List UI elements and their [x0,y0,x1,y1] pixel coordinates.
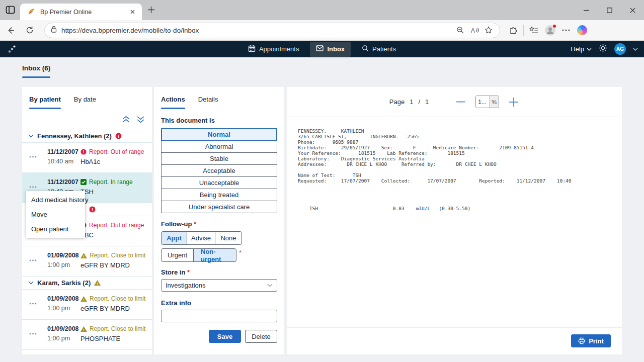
followup-option-appt[interactable]: Appt [161,231,187,245]
active-tab-underline [22,76,50,78]
help-label: Help [571,45,584,53]
window-maximize-button[interactable] [598,0,621,20]
tab-actions[interactable]: Actions [161,96,185,109]
row-menu-icon[interactable] [29,148,47,160]
collapse-all-icon[interactable] [122,116,130,125]
tab-by-date[interactable]: By date [74,96,96,109]
followup-option-none[interactable]: None [215,231,242,245]
tab-by-patient[interactable]: By patient [29,96,61,109]
bp-logo-icon [7,44,17,56]
nav-item-appointments[interactable]: Appointments [242,42,305,57]
store-in-value: Investigations [166,280,206,291]
lab-report-document[interactable]: FENNESSEY, KATHLEEN 3/65 CARLISLE ST, IN… [287,117,622,327]
inbox-count-label: Inbox (6) [22,64,50,72]
document-is-label: This document is [161,117,277,124]
extra-info-input[interactable] [161,310,277,322]
zoom-increase-icon[interactable] [508,97,519,108]
zoom-level-control: % [475,96,499,108]
nav-item-inbox[interactable]: Inbox [310,42,351,57]
followup-option-advise[interactable]: Advise [187,231,215,245]
inbox-row-egfr2[interactable]: 01/09/20081:00 pm !Report. Close to limi… [22,290,152,320]
tab-inbox-count[interactable]: Inbox (6) [22,64,50,78]
copilot-icon[interactable] [574,23,590,38]
profile-avatar-icon[interactable] [542,23,558,38]
inbox-row-hba1c[interactable]: 11/12/200710:40 am !Report. Out of range… [22,143,152,173]
row-menu-icon[interactable] [29,325,47,337]
nav-label-patients: Patients [372,45,396,53]
error-icon: ! [115,133,122,139]
extensions-icon[interactable] [505,23,521,38]
svg-text:A: A [471,27,475,34]
browser-tab[interactable]: Bp Premier Online [20,4,142,20]
menu-item-add-medical-history[interactable]: Add medical history [26,193,85,207]
patient-group-header[interactable]: Karam, Sarkis (2) ! [22,277,152,290]
zoom-decrease-icon[interactable] [455,97,466,108]
nav-label-inbox: Inbox [327,45,345,53]
toolbar-divider [523,25,524,36]
document-status-group: Normal Abnormal Stable Acceptable Unacce… [161,128,277,213]
window-minimize-button[interactable] [575,0,598,20]
status-option-under-specialist-care[interactable]: Under specialist care [161,201,277,213]
chevron-down-icon [587,48,592,51]
read-aloud-icon[interactable]: A [467,24,481,37]
menu-item-open-patient[interactable]: Open patient [26,222,85,236]
status-option-being-treated[interactable]: Being treated [161,189,277,201]
url-text[interactable]: https://deva.bppremier.dev/mobile/to-do/… [61,27,453,34]
tab-workspaces-icon[interactable] [5,5,16,17]
print-button[interactable]: Print [571,334,611,347]
status-option-abnormal[interactable]: Abnormal [161,140,277,153]
settings-gear-icon[interactable] [599,44,607,54]
envelope-icon [316,45,324,53]
tab-close-icon[interactable] [128,8,137,17]
account-chevron-icon[interactable] [633,48,638,51]
browser-tab-strip: Bp Premier Online [0,0,644,20]
status-option-unacceptable[interactable]: Unacceptable [161,176,277,189]
expand-all-icon[interactable] [136,116,145,125]
row-menu-icon[interactable] [29,178,47,190]
save-button[interactable]: Save [209,330,241,343]
print-label: Print [589,337,604,345]
status-option-stable[interactable]: Stable [161,152,277,165]
notification-dot [552,24,556,28]
urgency-option-non-urgent[interactable]: Non-urgent [193,248,236,262]
menu-item-move[interactable]: Move [26,207,85,222]
inbox-row-phosphate[interactable]: 01/09/20081:00 pm !Report. Close to limi… [22,320,152,350]
tab-title: Bp Premier Online [40,9,128,16]
tab-details[interactable]: Details [198,96,218,109]
nav-item-patients[interactable]: Patients [356,42,402,57]
back-icon[interactable] [2,23,19,38]
inbox-row-egfr[interactable]: 01/09/20081:00 pm !Report. Close to limi… [22,246,152,277]
status-option-normal[interactable]: Normal [161,128,277,141]
followup-label: Follow-up * [161,220,277,228]
page-content: Inbox (6) By patient By date Fennessey, … [0,57,644,362]
bp-favicon [27,7,35,17]
delete-button[interactable]: Delete [245,330,277,343]
more-menu-icon[interactable] [558,23,574,38]
row-context-menu: Add medical history Move Open patient [26,191,85,238]
urgency-segmented-group: Urgent Non-urgent [161,248,236,262]
collections-icon[interactable] [526,23,542,38]
refresh-icon[interactable] [21,23,38,38]
new-tab-button[interactable] [147,6,155,16]
favorites-star-icon[interactable] [481,24,496,37]
row-menu-icon[interactable] [29,252,47,263]
window-close-button[interactable] [621,0,644,20]
urgency-option-urgent[interactable]: Urgent [161,248,194,262]
error-icon: ! [89,206,96,213]
row-menu-icon[interactable] [29,295,47,307]
url-bar[interactable]: https://deva.bppremier.dev/mobile/to-do/… [44,23,500,38]
zoom-percent-label: % [489,96,499,108]
app-navbar: Appointments Inbox Patients Help AG [0,41,644,57]
calendar-icon [248,45,256,54]
store-in-select[interactable]: Investigations [161,279,277,292]
user-avatar[interactable]: AG [614,43,626,55]
svg-text:!: ! [97,282,98,286]
zoom-out-icon[interactable] [453,24,467,37]
help-menu[interactable]: Help [571,45,592,53]
status-option-acceptable[interactable]: Acceptable [161,164,277,177]
warning-icon: ! [94,280,101,286]
patient-group-header[interactable]: Fennessey, Kathleen (2) ! [22,130,152,143]
svg-text:!: ! [118,134,119,139]
lock-icon [51,26,57,35]
zoom-level-input[interactable] [476,96,489,108]
